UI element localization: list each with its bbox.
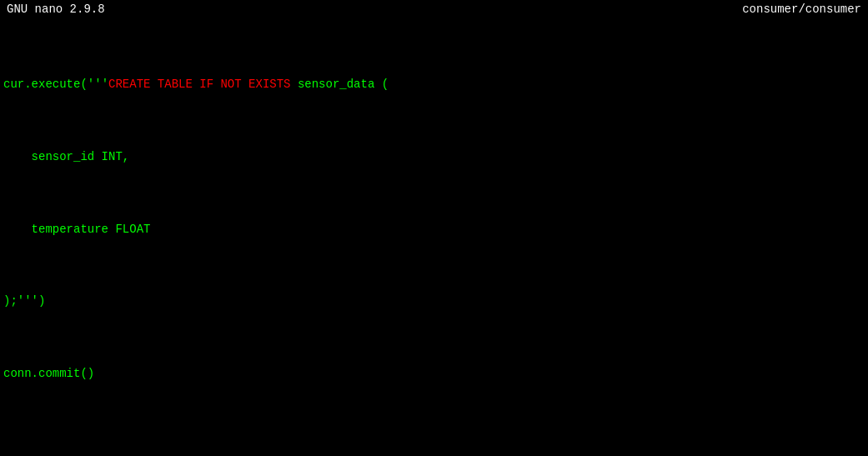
editor-area[interactable]: cur.execute('''CREATE TABLE IF NOT EXIST…	[0, 18, 868, 456]
top-bar: GNU nano 2.9.8 consumer/consumer	[0, 0, 868, 18]
code-line-3: temperature FLOAT	[0, 221, 868, 239]
code-line-6	[0, 438, 868, 456]
code-line-5: conn.commit()	[0, 365, 868, 383]
app-title: GNU nano 2.9.8	[7, 3, 105, 16]
code-line-4: );''')	[0, 293, 868, 311]
code-line-1: cur.execute('''CREATE TABLE IF NOT EXIST…	[0, 76, 868, 94]
file-title: consumer/consumer	[742, 3, 861, 16]
code-line-2: sensor_id INT,	[0, 148, 868, 167]
